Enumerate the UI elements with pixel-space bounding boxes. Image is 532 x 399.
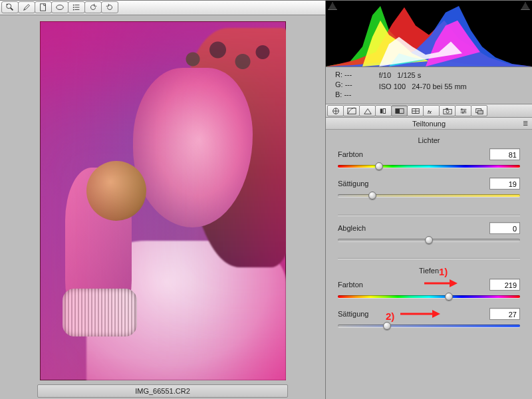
shadows-heading: Tiefen	[338, 267, 520, 275]
tab-lens[interactable]	[407, 105, 424, 116]
exif-readout: R: --- G: --- B: --- f/10 1/125 s ISO 10…	[326, 67, 532, 104]
highlights-sat-input[interactable]	[489, 178, 520, 190]
svg-point-30	[464, 110, 465, 111]
image-canvas[interactable]	[0, 15, 325, 380]
main-toolbar: +	[0, 1, 325, 15]
shadows-sat-input[interactable]	[489, 308, 520, 320]
tool-zoom-eye[interactable]: +	[1, 1, 19, 13]
svg-point-31	[462, 112, 464, 113]
svg-point-10	[73, 9, 74, 11]
tool-rotate-cw[interactable]	[101, 1, 118, 13]
balance-label: Abgleich	[338, 224, 388, 232]
shadows-sat-slider[interactable]	[338, 321, 520, 331]
highlights-hue-input[interactable]	[489, 148, 520, 160]
tab-detail[interactable]	[359, 105, 376, 116]
readout-lens: 24-70 bei 55 mm	[412, 82, 467, 90]
histogram[interactable]	[326, 1, 532, 67]
balance-input[interactable]	[489, 222, 520, 234]
panel-menu-icon[interactable]: ≣	[523, 120, 528, 127]
highlights-hue-label: Farbton	[338, 150, 388, 158]
svg-point-8	[73, 5, 74, 6]
readout-aperture: f/10	[379, 71, 391, 79]
filename-label: IMG_66551.CR2	[37, 384, 288, 398]
panel-title: Teiltonung	[412, 120, 446, 128]
svg-text:+: +	[6, 3, 8, 6]
panel-title-bar: Teiltonung ≣	[326, 118, 532, 130]
tab-presets[interactable]	[455, 105, 471, 116]
readout-shutter: 1/125 s	[397, 71, 421, 79]
svg-line-1	[11, 8, 13, 11]
svg-rect-33	[477, 110, 483, 114]
tool-ellipse[interactable]	[51, 1, 68, 13]
readout-iso: ISO 100	[379, 82, 406, 90]
highlights-heading: Lichter	[338, 136, 520, 144]
highlights-sat-slider[interactable]	[338, 191, 520, 200]
tool-page[interactable]	[35, 1, 52, 13]
tab-fx[interactable]: fx	[423, 105, 440, 116]
svg-text:fx: fx	[427, 108, 432, 114]
readout-g: G: ---	[335, 80, 352, 90]
svg-point-9	[73, 7, 74, 8]
svg-rect-18	[395, 108, 399, 113]
tool-list[interactable]	[68, 1, 85, 13]
svg-rect-25	[446, 108, 448, 109]
shadows-sat-label: Sättigung	[338, 310, 388, 318]
svg-rect-16	[383, 108, 386, 113]
svg-point-29	[461, 108, 462, 110]
tab-split-toning[interactable]	[391, 105, 408, 116]
highlights-sat-label: Sättigung	[338, 180, 388, 188]
panel-tabs: fx	[326, 104, 532, 118]
tab-camera[interactable]	[439, 105, 456, 116]
balance-slider[interactable]	[338, 235, 520, 245]
tool-rotate-ccw[interactable]	[84, 1, 102, 13]
shadows-hue-input[interactable]	[489, 279, 520, 291]
svg-rect-15	[380, 108, 382, 113]
tool-brush[interactable]	[18, 1, 35, 13]
shadows-hue-slider[interactable]	[338, 292, 520, 301]
tab-hsl[interactable]	[375, 105, 392, 116]
readout-b: B: ---	[335, 90, 352, 100]
readout-r: R: ---	[335, 70, 352, 80]
svg-point-4	[57, 5, 64, 10]
shadows-hue-label: Farbton	[338, 281, 388, 289]
svg-point-24	[446, 110, 448, 112]
svg-rect-3	[41, 4, 46, 11]
tab-basic[interactable]	[327, 105, 344, 116]
tab-snapshots[interactable]	[471, 105, 487, 116]
tab-curve[interactable]	[343, 105, 360, 116]
highlights-hue-slider[interactable]	[338, 162, 520, 171]
preview-image	[40, 21, 286, 380]
